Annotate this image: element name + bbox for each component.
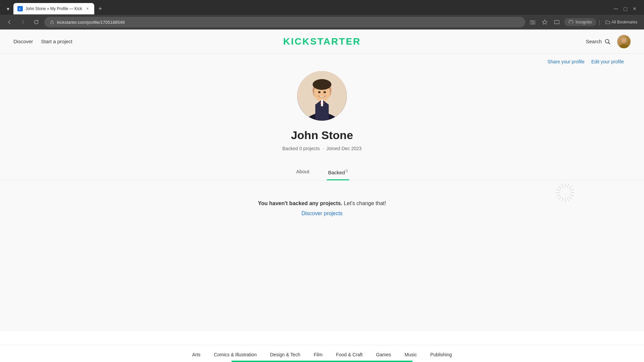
backed-count-text: Backed 0 projects [282, 146, 320, 151]
tab-backed-badge: 0 [345, 169, 348, 173]
spinner-decoration [553, 181, 577, 206]
page-content: Discover Start a project KICKSTARTER Sea… [0, 29, 644, 331]
footer-bar: Arts Comics & Illustration Design & Tech… [0, 345, 644, 362]
discover-projects-link[interactable]: Discover projects [258, 210, 386, 217]
all-bookmarks-button[interactable]: All Bookmarks [603, 18, 640, 26]
discover-link[interactable]: Discover [13, 39, 33, 44]
svg-line-10 [609, 43, 610, 44]
footer-music[interactable]: Music [405, 352, 417, 357]
profile-tabs: About Backed0 [0, 165, 644, 180]
svg-rect-2 [51, 22, 53, 24]
site-header: Discover Start a project KICKSTARTER Sea… [0, 29, 644, 54]
footer-games[interactable]: Games [376, 352, 391, 357]
svg-line-31 [556, 195, 560, 196]
forward-button[interactable] [17, 17, 28, 27]
tab-title: John Stone » My Profile — Kick [25, 6, 82, 11]
footer-arts[interactable]: Arts [192, 352, 201, 357]
tab-about-label: About [296, 169, 309, 174]
new-tab-button[interactable]: + [96, 4, 105, 13]
svg-line-30 [558, 196, 561, 199]
main-nav: Discover Start a project [13, 39, 72, 44]
svg-line-26 [569, 196, 572, 199]
maximize-button[interactable]: ▢ [623, 6, 628, 11]
all-bookmarks-label: All Bookmarks [611, 20, 637, 24]
empty-state-cta: Let's change that! [344, 200, 386, 206]
lock-icon [50, 20, 54, 24]
close-tab-button[interactable]: × [85, 6, 90, 11]
svg-line-29 [561, 198, 563, 201]
start-project-link[interactable]: Start a project [41, 39, 72, 44]
share-profile-link[interactable]: Share your profile [547, 59, 585, 64]
svg-line-21 [567, 184, 569, 188]
active-tab[interactable]: k John Stone » My Profile — Kick × [13, 3, 94, 14]
svg-rect-17 [321, 100, 323, 106]
svg-text:k: k [19, 8, 20, 10]
svg-point-7 [570, 20, 572, 23]
svg-line-25 [570, 195, 574, 196]
footer-publishing[interactable]: Publishing [430, 352, 452, 357]
site-logo[interactable]: KICKSTARTER [283, 36, 361, 47]
logo-area: KICKSTARTER [283, 36, 361, 47]
svg-point-18 [318, 91, 321, 93]
footer-categories: Arts Comics & Illustration Design & Tech… [0, 345, 644, 361]
back-button[interactable] [4, 17, 15, 27]
footer-design-tech[interactable]: Design & Tech [270, 352, 300, 357]
folder-icon [605, 20, 610, 24]
search-label: Search [586, 39, 602, 44]
empty-state: You haven't backed any projects. Let's c… [258, 180, 386, 243]
browser-chrome: ▾ k John Stone » My Profile — Kick × + ─… [0, 0, 644, 29]
nav-bar: kickstarter.com/profile/1705188549 Incog… [0, 15, 644, 29]
incognito-label: Incognito [576, 20, 592, 24]
profile-name: John Stone [291, 129, 353, 142]
user-avatar[interactable] [617, 35, 631, 48]
svg-line-27 [567, 198, 569, 201]
svg-point-12 [619, 44, 629, 48]
edit-profile-link[interactable]: Edit your profile [591, 59, 624, 64]
empty-state-text: You haven't backed any projects. Let's c… [258, 200, 386, 206]
avatar-image [617, 35, 631, 48]
header-right: Search [586, 35, 631, 48]
svg-line-23 [570, 189, 574, 191]
footer-film[interactable]: Film [314, 352, 322, 357]
profile-main: John Stone Backed 0 projects · Joined De… [0, 64, 644, 257]
svg-line-33 [556, 189, 560, 191]
svg-point-9 [605, 39, 609, 43]
camera-button[interactable] [528, 17, 537, 27]
svg-point-16 [313, 79, 331, 90]
avatar-face-image [297, 71, 347, 121]
tab-backed[interactable]: Backed0 [327, 165, 349, 180]
tab-about[interactable]: About [295, 165, 311, 180]
svg-line-35 [561, 184, 563, 188]
joined-text: Joined Dec 2023 [326, 146, 362, 151]
svg-line-22 [569, 186, 572, 189]
footer-progress-bar [231, 361, 413, 362]
url-text: kickstarter.com/profile/1705188549 [57, 20, 125, 25]
search-icon [604, 39, 610, 45]
svg-line-34 [558, 186, 561, 189]
address-bar[interactable]: kickstarter.com/profile/1705188549 [44, 17, 525, 27]
svg-rect-5 [554, 20, 559, 24]
tab-bar: ▾ k John Stone » My Profile — Kick × + ─… [0, 0, 644, 15]
tab-list-button[interactable]: ▾ [4, 5, 12, 13]
minimize-button[interactable]: ─ [613, 6, 619, 11]
profile-meta: Backed 0 projects · Joined Dec 2023 [282, 146, 362, 151]
empty-state-bold: You haven't backed any projects. [258, 200, 342, 206]
bookmark-star-button[interactable] [540, 17, 549, 27]
svg-point-11 [621, 38, 627, 43]
svg-point-3 [532, 21, 534, 23]
meta-separator: · [322, 146, 324, 151]
reload-button[interactable] [31, 17, 42, 27]
profile-actions: Share your profile Edit your profile [0, 54, 644, 64]
device-button[interactable] [552, 17, 561, 27]
search-button[interactable]: Search [586, 39, 610, 45]
tab-favicon: k [17, 6, 23, 11]
profile-avatar [297, 71, 347, 121]
nav-actions: Incognito | All Bookmarks [528, 17, 640, 27]
svg-point-19 [324, 91, 326, 93]
footer-food-craft[interactable]: Food & Craft [336, 352, 363, 357]
footer-comics[interactable]: Comics & Illustration [214, 352, 257, 357]
tab-backed-label: Backed [328, 170, 345, 175]
incognito-button[interactable]: Incognito [564, 18, 596, 26]
close-window-button[interactable]: ✕ [632, 6, 637, 11]
svg-point-8 [569, 22, 573, 25]
